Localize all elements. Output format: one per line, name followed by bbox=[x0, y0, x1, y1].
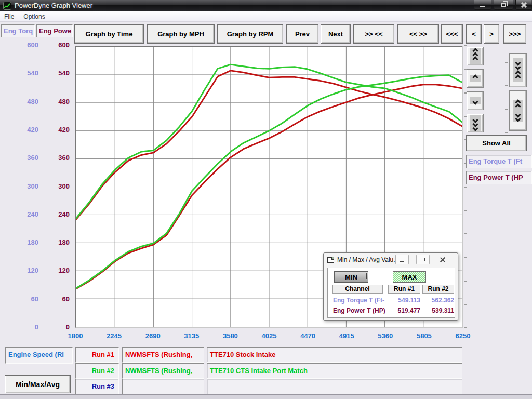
run3-operator-field bbox=[122, 379, 204, 394]
pan-up-button[interactable] bbox=[467, 69, 484, 88]
column-header-run1: Run #1 bbox=[388, 285, 420, 294]
run1-description-field: TTE710 Stock Intake bbox=[207, 347, 462, 363]
pan-up-fast-button[interactable] bbox=[467, 47, 484, 65]
rpm-tick: 2245 bbox=[99, 332, 130, 340]
restore-icon bbox=[501, 3, 506, 7]
scroll-right-fast-button[interactable]: >>> bbox=[503, 24, 526, 44]
restore-icon bbox=[421, 258, 425, 261]
minmax-power-run2-value: 539.311 bbox=[422, 307, 454, 314]
x-axis-channel-label: Engine Speed (RI bbox=[5, 347, 73, 364]
status-strip bbox=[0, 394, 532, 399]
run1-label: Run #1 bbox=[75, 347, 119, 363]
menu-file[interactable]: File bbox=[4, 13, 14, 20]
rpm-tick: 4470 bbox=[292, 332, 324, 340]
minmax-close-button[interactable] bbox=[436, 255, 449, 264]
minmax-torque-run2-value: 562.362 bbox=[422, 297, 454, 304]
title-bar: PowerDyne Graph Viewer bbox=[0, 0, 532, 11]
rpm-tick: 3135 bbox=[176, 332, 207, 340]
power-tick: 480 bbox=[32, 98, 70, 105]
power-tick: 120 bbox=[32, 267, 70, 274]
legend-eng-torque: Eng Torque T (Ft bbox=[466, 155, 532, 168]
graph-by-mph-button[interactable]: Graph by MPH bbox=[147, 24, 215, 44]
minmax-window-icon bbox=[327, 257, 334, 263]
rpm-tick: 4915 bbox=[331, 332, 362, 340]
power-tick: 180 bbox=[32, 238, 70, 246]
zoom-out-y-button[interactable] bbox=[509, 90, 527, 131]
power-tick: 420 bbox=[32, 126, 70, 134]
chevron-up-icon bbox=[470, 75, 481, 82]
chevrons-outward-icon bbox=[513, 100, 523, 122]
rpm-tick: 3580 bbox=[215, 332, 246, 340]
rpm-tick: 1800 bbox=[60, 332, 91, 340]
tab-eng-torque[interactable]: Eng Torq bbox=[1, 24, 35, 37]
power-tick: 60 bbox=[32, 295, 70, 303]
power-tick: 300 bbox=[32, 182, 70, 190]
column-header-run2: Run #2 bbox=[422, 285, 454, 294]
rpm-tick: 5360 bbox=[370, 332, 401, 340]
close-button[interactable] bbox=[515, 0, 531, 10]
run1-operator-field: NWMSFTS (Rushing, bbox=[122, 347, 204, 363]
chevrons-inward-icon bbox=[513, 58, 523, 82]
minimize-icon bbox=[400, 261, 404, 262]
run3-label: Run #3 bbox=[75, 379, 119, 394]
minimize-icon bbox=[480, 6, 485, 7]
run2-label: Run #2 bbox=[75, 363, 119, 379]
minmax-window-title: Min / Max / Avg Valu... bbox=[337, 256, 398, 263]
zoom-in-y-button[interactable] bbox=[509, 53, 527, 87]
run2-operator-field: NWMSFTS (Rushing, bbox=[122, 363, 204, 379]
minmax-torque-run1-value: 549.113 bbox=[388, 297, 420, 304]
run3-description-field bbox=[207, 379, 462, 394]
triple-chevron-down-icon bbox=[470, 115, 481, 131]
zoom-in-x-button[interactable]: >> << bbox=[353, 24, 394, 44]
power-tick: 0 bbox=[32, 323, 70, 331]
max-toggle-button[interactable]: MAX bbox=[393, 271, 426, 283]
show-all-button[interactable]: Show All bbox=[466, 135, 527, 151]
rpm-tick: 4025 bbox=[254, 332, 285, 340]
window-title: PowerDyne Graph Viewer bbox=[15, 0, 92, 11]
minmax-window: Min / Max / Avg Valu... MIN MAX Channel … bbox=[323, 252, 458, 321]
graph-by-time-button[interactable]: Graph by Time bbox=[74, 24, 144, 44]
min-max-avg-button[interactable]: Min/Max/Avg bbox=[5, 375, 71, 393]
scroll-right-button[interactable]: > bbox=[484, 24, 499, 44]
minmax-restore-button[interactable] bbox=[416, 255, 430, 264]
menu-options[interactable]: Options bbox=[23, 13, 45, 20]
pan-down-button[interactable] bbox=[467, 91, 484, 110]
rpm-tick: 2690 bbox=[137, 332, 168, 340]
minmax-row-power-channel: Eng Power T (HP) bbox=[333, 307, 385, 314]
zoom-out-x-button[interactable]: << >> bbox=[397, 24, 439, 44]
scroll-left-fast-button[interactable]: <<< bbox=[441, 24, 463, 44]
rpm-tick: 5805 bbox=[408, 332, 440, 340]
column-header-channel: Channel bbox=[332, 285, 383, 294]
rpm-tick: 6250 bbox=[447, 332, 478, 340]
power-tick: 360 bbox=[32, 154, 70, 162]
restore-button[interactable] bbox=[494, 0, 513, 10]
prev-button[interactable]: Prev bbox=[286, 24, 318, 44]
power-tick: 600 bbox=[32, 41, 70, 49]
minmax-body: MIN MAX Channel Run #1 Run #2 Eng Torque… bbox=[327, 268, 455, 318]
pan-down-fast-button[interactable] bbox=[467, 114, 484, 132]
run2-description-field: TTE710 CTS Intake Port Match bbox=[207, 363, 462, 379]
chevron-down-icon bbox=[470, 97, 481, 104]
tab-eng-power[interactable]: Eng Powe bbox=[36, 24, 73, 37]
scroll-left-button[interactable]: < bbox=[466, 24, 482, 44]
graph-by-rpm-button[interactable]: Graph by RPM bbox=[217, 24, 283, 44]
legend-eng-power: Eng Power T (HP bbox=[466, 171, 532, 184]
app-icon bbox=[3, 2, 11, 10]
minmax-minimize-button[interactable] bbox=[395, 255, 409, 264]
menu-bar: File Options bbox=[0, 11, 532, 22]
close-icon bbox=[440, 257, 445, 262]
minmax-power-run1-value: 519.477 bbox=[388, 307, 420, 314]
close-icon bbox=[521, 2, 527, 8]
min-toggle-button[interactable]: MIN bbox=[334, 271, 368, 283]
minmax-row-torque-channel: Eng Torque T (Ft- bbox=[333, 297, 384, 304]
power-tick: 240 bbox=[32, 210, 70, 218]
triple-chevron-up-icon bbox=[470, 48, 481, 64]
next-button[interactable]: Next bbox=[321, 24, 351, 44]
power-tick: 540 bbox=[32, 69, 70, 77]
minimize-button[interactable] bbox=[474, 0, 491, 10]
